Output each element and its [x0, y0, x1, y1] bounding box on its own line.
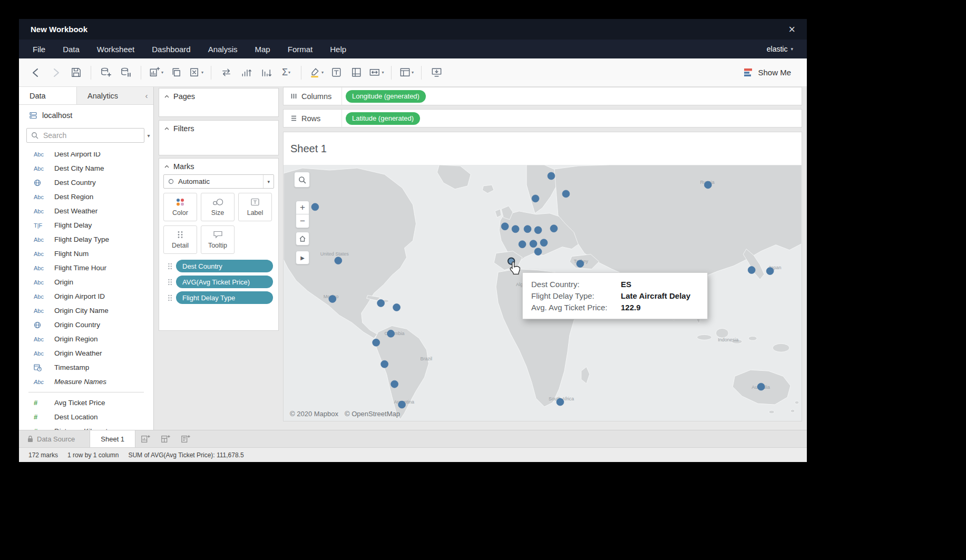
menu-format[interactable]: Format [288, 45, 313, 54]
map-mark[interactable] [562, 190, 570, 198]
map-mark[interactable] [577, 260, 584, 268]
map-search-button[interactable] [294, 172, 310, 188]
save-button[interactable] [66, 63, 85, 83]
marks-pill[interactable]: AVG(Avg Ticket Price) [176, 276, 273, 288]
map-mark[interactable] [557, 398, 564, 406]
map-mark[interactable] [704, 181, 711, 189]
new-story-tab-button[interactable] [175, 430, 196, 447]
map-mark[interactable] [398, 401, 406, 408]
field-item[interactable]: AbcOrigin Airport ID [19, 289, 153, 303]
field-item[interactable]: AbcOrigin Region [19, 332, 153, 346]
totals-button[interactable]: Σ▾ [277, 63, 296, 83]
menu-data[interactable]: Data [63, 45, 80, 54]
map-mark[interactable] [757, 383, 765, 390]
map-mark[interactable] [530, 240, 537, 248]
mapbox-attribution[interactable]: © 2020 Mapbox [290, 410, 338, 418]
detail-button[interactable]: Detail [163, 225, 197, 254]
field-item[interactable]: AbcDest Weather [19, 204, 153, 218]
sheet1-tab[interactable]: Sheet 1 [90, 430, 135, 447]
zoom-home-button[interactable] [296, 232, 309, 245]
data-source-tab[interactable]: Data Source [19, 430, 90, 447]
map-mark[interactable] [501, 223, 509, 230]
zoom-out-button[interactable]: − [296, 214, 309, 228]
field-item[interactable]: AbcOrigin Weather [19, 346, 153, 360]
menu-dashboard[interactable]: Dashboard [152, 45, 190, 54]
field-item[interactable]: AbcDest City Name [19, 161, 153, 175]
duplicate-sheet-button[interactable] [167, 63, 186, 83]
map-mark[interactable] [534, 227, 542, 234]
menu-file[interactable]: File [33, 45, 45, 54]
field-item[interactable]: AbcDest Region [19, 190, 153, 204]
map-mark[interactable] [534, 248, 542, 256]
size-button[interactable]: Size [201, 193, 235, 221]
sort-descending-button[interactable] [257, 63, 276, 83]
collapse-pane-icon[interactable]: ‹ [140, 87, 153, 104]
map-mark[interactable] [532, 195, 539, 202]
field-item[interactable]: #Dest Location [19, 410, 153, 424]
field-item[interactable]: AbcOrigin City Name [19, 303, 153, 318]
new-dashboard-tab-button[interactable] [155, 430, 175, 447]
map-mark[interactable] [387, 330, 395, 337]
filters-card[interactable]: Filters [159, 120, 279, 155]
highlight-button[interactable]: ▾ [307, 63, 326, 83]
field-list-menu-icon[interactable]: ▾ [146, 133, 151, 139]
pause-data-updates-button[interactable] [116, 63, 135, 83]
back-button[interactable] [26, 63, 45, 83]
map-mark[interactable] [373, 339, 380, 346]
columns-shelf[interactable]: Columns Longitude (generated) [283, 87, 802, 105]
field-item[interactable]: #Avg Ticket Price [19, 396, 153, 410]
map-mark[interactable] [540, 239, 548, 247]
field-item[interactable]: AbcOrigin [19, 275, 153, 289]
map-mark[interactable] [519, 241, 526, 248]
new-worksheet-button[interactable]: ▾ [147, 63, 165, 83]
color-button[interactable]: Color [163, 193, 197, 221]
field-item[interactable]: T|FFlight Delay [19, 218, 153, 232]
map-mark[interactable] [550, 225, 558, 232]
field-item[interactable]: AbcFlight Num [19, 247, 153, 261]
field-item[interactable]: #Distance Kilometers [19, 424, 153, 430]
field-item[interactable]: Timestamp [19, 360, 153, 375]
map-mark[interactable] [377, 299, 385, 307]
show-hide-cards-button[interactable]: ▾ [397, 63, 416, 83]
rows-shelf[interactable]: Rows Latitude (generated) [283, 109, 802, 127]
account-menu[interactable]: elastic ▾ [767, 45, 793, 53]
field-item[interactable]: AbcFlight Delay Type [19, 232, 153, 247]
pill-latitude[interactable]: Latitude (generated) [346, 112, 420, 125]
map-mark[interactable] [381, 360, 388, 368]
add-data-source-button[interactable] [96, 63, 115, 83]
swap-rows-columns-button[interactable] [217, 63, 236, 83]
forward-button[interactable] [46, 63, 65, 83]
tab-analytics[interactable]: Analytics [77, 87, 140, 104]
map-mark[interactable] [311, 203, 319, 211]
sort-ascending-button[interactable] [237, 63, 256, 83]
map-mark[interactable] [512, 225, 519, 233]
zoom-in-button[interactable]: + [296, 201, 309, 214]
field-item[interactable]: Dest Country [19, 175, 153, 190]
new-worksheet-tab-button[interactable] [135, 430, 155, 447]
mark-type-dropdown[interactable]: Automatic ▾ [163, 174, 274, 189]
tab-data[interactable]: Data [19, 87, 77, 104]
fix-axes-button[interactable] [347, 63, 366, 83]
pill-longitude[interactable]: Longitude (generated) [346, 90, 426, 103]
map-mark[interactable] [393, 303, 401, 311]
label-button[interactable]: Label [238, 193, 272, 221]
field-item[interactable]: Origin Country [19, 318, 153, 332]
map-mark[interactable] [748, 267, 755, 274]
close-icon[interactable]: × [788, 24, 795, 35]
menu-worksheet[interactable]: Worksheet [97, 45, 134, 54]
search-input[interactable] [42, 131, 140, 140]
map-mark[interactable] [524, 225, 531, 233]
field-item[interactable]: AbcDest Airport ID [19, 152, 153, 161]
menu-help[interactable]: Help [330, 45, 346, 54]
show-mark-labels-button[interactable] [327, 63, 346, 83]
map-mark[interactable] [329, 295, 336, 302]
menu-map[interactable]: Map [255, 45, 270, 54]
presentation-mode-button[interactable] [427, 63, 446, 83]
field-item[interactable]: AbcFlight Time Hour [19, 261, 153, 275]
map-mark[interactable] [548, 172, 555, 180]
marks-pill[interactable]: Dest Country [176, 260, 273, 272]
map-mark[interactable] [766, 268, 774, 275]
osm-attribution[interactable]: © OpenStreetMap [345, 410, 400, 418]
map-view[interactable]: United StatesMexicoColombiaBrazilArgenti… [284, 165, 802, 421]
marks-pill[interactable]: Flight Delay Type [176, 291, 273, 304]
